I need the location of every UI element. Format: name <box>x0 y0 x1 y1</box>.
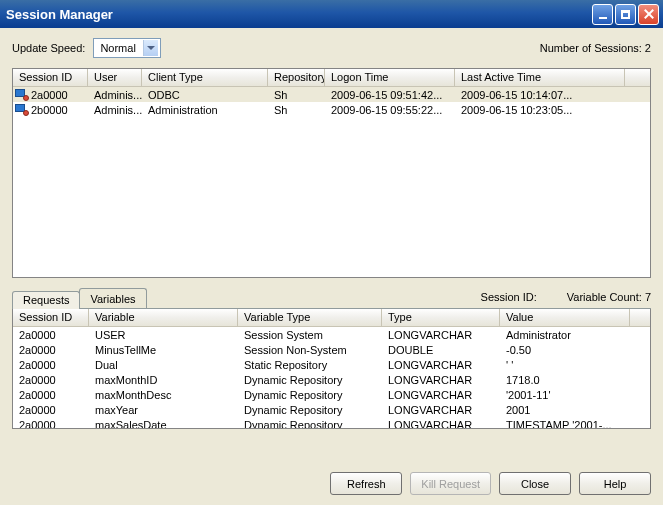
vcell-type: LONGVARCHAR <box>382 419 500 430</box>
cell-client-type: ODBC <box>142 89 268 101</box>
variable-row[interactable]: 2a0000maxMonthDescDynamic RepositoryLONG… <box>13 387 650 402</box>
variables-table: Session ID Variable Variable Type Type V… <box>12 309 651 429</box>
vcell-variable-type: Session Non-System <box>238 344 382 356</box>
vcell-variable: maxYear <box>89 404 238 416</box>
session-icon <box>15 89 29 101</box>
session-icon <box>15 104 29 116</box>
kill-request-button: Kill Request <box>410 472 491 495</box>
variable-row[interactable]: 2a0000maxSalesDateDynamic RepositoryLONG… <box>13 417 650 429</box>
vcell-session-id: 2a0000 <box>13 419 89 430</box>
tabs-right: Session ID: Variable Count: 7 <box>481 291 651 303</box>
vcell-session-id: 2a0000 <box>13 359 89 371</box>
cell-session-id: 2b0000 <box>13 104 88 116</box>
vcell-variable-type: Dynamic Repository <box>238 389 382 401</box>
vcell-value: Administrator <box>500 329 630 341</box>
vcell-type: LONGVARCHAR <box>382 329 500 341</box>
vcell-variable-type: Dynamic Repository <box>238 419 382 430</box>
cell-last-active: 2009-06-15 10:23:05... <box>455 104 625 116</box>
vcell-type: LONGVARCHAR <box>382 374 500 386</box>
sessions-body: 2a0000Adminis...ODBCSh2009-06-15 09:51:4… <box>13 87 650 117</box>
variables-body: 2a0000USERSession SystemLONGVARCHARAdmin… <box>13 327 650 429</box>
vcell-value: 2001 <box>500 404 630 416</box>
cell-logon-time: 2009-06-15 09:55:22... <box>325 104 455 116</box>
update-speed-label: Update Speed: <box>12 42 85 54</box>
vcell-variable: maxMonthID <box>89 374 238 386</box>
cell-last-active: 2009-06-15 10:14:07... <box>455 89 625 101</box>
titlebar: Session Manager <box>0 0 663 28</box>
vcell-variable-type: Dynamic Repository <box>238 374 382 386</box>
minimize-icon <box>599 17 607 19</box>
maximize-icon <box>621 10 630 19</box>
vcell-variable: maxMonthDesc <box>89 389 238 401</box>
vcell-variable-type: Dynamic Repository <box>238 404 382 416</box>
vcell-variable: Dual <box>89 359 238 371</box>
col-logon-time[interactable]: Logon Time <box>325 69 455 86</box>
session-count-label: Number of Sessions: 2 <box>540 42 651 54</box>
variable-row[interactable]: 2a0000MinusTellMeSession Non-SystemDOUBL… <box>13 342 650 357</box>
vcell-variable: MinusTellMe <box>89 344 238 356</box>
cell-session-id: 2a0000 <box>13 89 88 101</box>
refresh-button[interactable]: Refresh <box>330 472 402 495</box>
session-row[interactable]: 2a0000Adminis...ODBCSh2009-06-15 09:51:4… <box>13 87 650 102</box>
vcol-variable-type[interactable]: Variable Type <box>238 309 382 326</box>
vcell-variable: maxSalesDate <box>89 419 238 430</box>
variables-header: Session ID Variable Variable Type Type V… <box>13 309 650 327</box>
variable-row[interactable]: 2a0000USERSession SystemLONGVARCHARAdmin… <box>13 327 650 342</box>
close-window-button[interactable] <box>638 4 659 25</box>
vcell-session-id: 2a0000 <box>13 329 89 341</box>
top-row: Update Speed: Normal Number of Sessions:… <box>12 38 651 58</box>
vcell-variable-type: Static Repository <box>238 359 382 371</box>
vcell-type: LONGVARCHAR <box>382 389 500 401</box>
session-row[interactable]: 2b0000Adminis...AdministrationSh2009-06-… <box>13 102 650 117</box>
vcell-type: LONGVARCHAR <box>382 359 500 371</box>
col-user[interactable]: User <box>88 69 142 86</box>
col-repository[interactable]: Repository <box>268 69 325 86</box>
window-buttons <box>592 4 659 25</box>
variable-row[interactable]: 2a0000DualStatic RepositoryLONGVARCHAR' … <box>13 357 650 372</box>
tabs-row: Requests Variables Session ID: Variable … <box>12 286 651 308</box>
vcol-variable[interactable]: Variable <box>89 309 238 326</box>
sessions-table: Session ID User Client Type Repository L… <box>12 68 651 278</box>
vcell-session-id: 2a0000 <box>13 389 89 401</box>
minimize-button[interactable] <box>592 4 613 25</box>
vcell-session-id: 2a0000 <box>13 404 89 416</box>
vcell-value: TIMESTAMP '2001-... <box>500 419 630 430</box>
close-button[interactable]: Close <box>499 472 571 495</box>
vcol-session-id[interactable]: Session ID <box>13 309 89 326</box>
cell-user: Adminis... <box>88 89 142 101</box>
session-id-label: Session ID: <box>481 291 537 303</box>
cell-client-type: Administration <box>142 104 268 116</box>
vcol-value[interactable]: Value <box>500 309 630 326</box>
col-last-active[interactable]: Last Active Time <box>455 69 625 86</box>
vcell-variable-type: Session System <box>238 329 382 341</box>
cell-repository: Sh <box>268 89 325 101</box>
vcell-session-id: 2a0000 <box>13 344 89 356</box>
vcell-session-id: 2a0000 <box>13 374 89 386</box>
vcell-variable: USER <box>89 329 238 341</box>
content-area: Update Speed: Normal Number of Sessions:… <box>0 28 663 505</box>
vcell-value: -0.50 <box>500 344 630 356</box>
sessions-header: Session ID User Client Type Repository L… <box>13 69 650 87</box>
window-title: Session Manager <box>6 7 592 22</box>
cell-logon-time: 2009-06-15 09:51:42... <box>325 89 455 101</box>
variable-count-label: Variable Count: 7 <box>567 291 651 303</box>
variable-row[interactable]: 2a0000maxMonthIDDynamic RepositoryLONGVA… <box>13 372 650 387</box>
vcell-type: LONGVARCHAR <box>382 404 500 416</box>
vcol-type[interactable]: Type <box>382 309 500 326</box>
col-client-type[interactable]: Client Type <box>142 69 268 86</box>
tab-requests[interactable]: Requests <box>12 291 80 309</box>
maximize-button[interactable] <box>615 4 636 25</box>
vcell-type: DOUBLE <box>382 344 500 356</box>
vcell-value: 1718.0 <box>500 374 630 386</box>
button-bar: Refresh Kill Request Close Help <box>330 472 651 495</box>
col-session-id[interactable]: Session ID <box>13 69 88 86</box>
update-speed-value: Normal <box>100 42 135 54</box>
cell-repository: Sh <box>268 104 325 116</box>
chevron-down-icon <box>143 40 158 56</box>
cell-user: Adminis... <box>88 104 142 116</box>
variable-row[interactable]: 2a0000maxYearDynamic RepositoryLONGVARCH… <box>13 402 650 417</box>
help-button[interactable]: Help <box>579 472 651 495</box>
update-speed-select[interactable]: Normal <box>93 38 161 58</box>
vcell-value: ' ' <box>500 359 630 371</box>
tab-variables[interactable]: Variables <box>79 288 146 308</box>
